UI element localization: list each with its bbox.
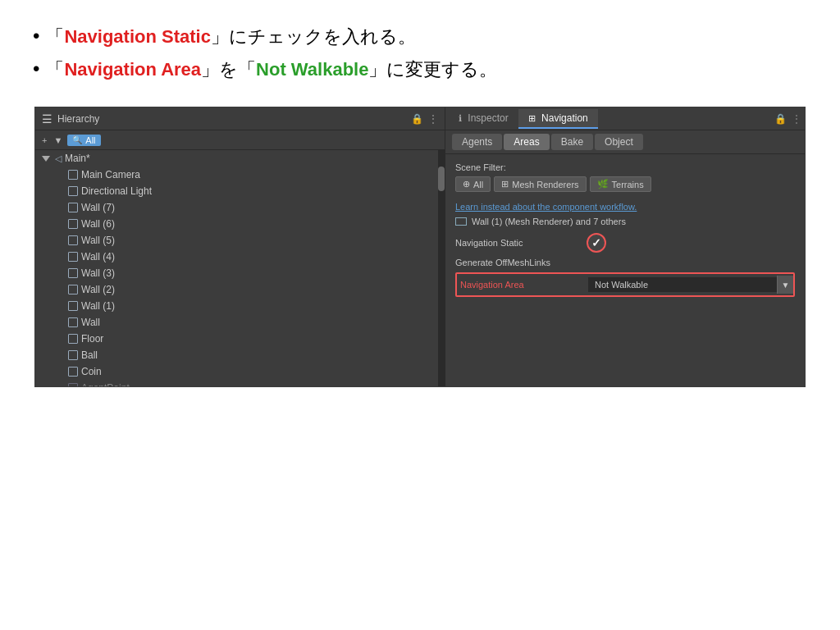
scene-item-main[interactable]: ◁ Main* ⋮ <box>35 150 445 167</box>
ball-label: Ball <box>81 349 98 361</box>
hierarchy-item-ball[interactable]: Ball <box>35 347 445 363</box>
add-dropdown-button[interactable]: ▼ <box>52 135 64 145</box>
sub-tab-agents[interactable]: Agents <box>452 134 502 150</box>
cube-icon-wall7 <box>68 203 78 212</box>
filter-mesh-button[interactable]: ⊞ Mesh Renderers <box>494 176 586 192</box>
hierarchy-header-icons: 🔒 ⋮ <box>411 113 438 125</box>
search-icon: 🔍 <box>72 135 82 144</box>
hierarchy-item-wall[interactable]: Wall <box>35 314 445 331</box>
filter-terrain-icon: 🌿 <box>597 179 609 189</box>
hierarchy-item-light[interactable]: Directional Light <box>35 183 445 199</box>
checkmark-icon: ✓ <box>591 236 601 249</box>
sub-tab-object[interactable]: Object <box>595 134 643 150</box>
page-container: 「Navigation Static」にチェックを入れる。 「Navigatio… <box>0 0 840 404</box>
bullet2-keyword1: Navigation Area <box>64 59 201 80</box>
scene-main-label: Main* <box>65 153 90 164</box>
gen-offmesh-row: Generate OffMeshLinks <box>455 258 795 267</box>
hierarchy-lock-icon[interactable]: 🔒 <box>411 113 423 125</box>
nav-static-checkbox[interactable]: ✓ <box>587 233 606 253</box>
light-label: Directional Light <box>81 185 152 197</box>
bullet-item-1: 「Navigation Static」にチェックを入れる。 <box>33 25 807 49</box>
hierarchy-item-coin[interactable]: Coin <box>35 363 445 380</box>
hierarchy-item-wall7[interactable]: Wall (7) <box>35 199 445 216</box>
hierarchy-item-wall5[interactable]: Wall (5) <box>35 232 445 249</box>
hierarchy-title: Hierarchy <box>57 113 99 125</box>
hierarchy-item-wall2[interactable]: Wall (2) <box>35 281 445 298</box>
hierarchy-item-wall6[interactable]: Wall (6) <box>35 216 445 232</box>
agentpoint-label: AgentPoint <box>81 382 130 386</box>
nav-static-row: Navigation Static ✓ <box>455 233 795 253</box>
hierarchy-menu-icon[interactable]: ⋮ <box>428 113 438 125</box>
filter-mesh-label: Mesh Renderers <box>512 180 578 189</box>
wall1-label: Wall (1) <box>81 300 115 312</box>
search-field-container[interactable]: 🔍 All <box>67 135 100 146</box>
wall6-label: Wall (6) <box>81 218 115 230</box>
wall-label: Wall <box>81 317 100 328</box>
filter-all-button[interactable]: ⊕ All <box>455 176 491 192</box>
cube-icon-wall6 <box>68 219 78 229</box>
hierarchy-item-camera[interactable]: Main Camera <box>35 167 445 183</box>
hierarchy-item-agentpoint[interactable]: AgentPoint <box>35 380 445 386</box>
mesh-renderer-icon <box>455 217 467 226</box>
hierarchy-panel: ☰ Hierarchy 🔒 ⋮ + ▼ 🔍 All <box>35 107 445 386</box>
search-all-label: All <box>85 135 95 145</box>
hierarchy-title-group: ☰ Hierarchy <box>42 112 99 126</box>
inspector-tab-label: Inspector <box>468 112 508 124</box>
instruction-list: 「Navigation Static」にチェックを入れる。 「Navigatio… <box>33 25 807 82</box>
inspector-lock-icon[interactable]: 🔒 <box>774 113 787 125</box>
nav-area-dropdown-button[interactable]: ▼ <box>777 276 793 294</box>
wall4-label: Wall (4) <box>81 251 115 262</box>
mesh-renderer-text: Wall (1) (Mesh Renderer) and 7 others <box>472 217 626 226</box>
sub-tab-bake[interactable]: Bake <box>551 134 593 150</box>
tab-navigation[interactable]: ⊞ Navigation <box>518 109 598 129</box>
nav-sub-tabs: Agents Areas Bake Object <box>445 130 805 154</box>
cube-icon-coin <box>68 367 78 377</box>
add-object-button[interactable]: + <box>40 135 48 145</box>
learn-link[interactable]: Learn instead about the component workfl… <box>455 202 795 212</box>
nav-area-row: Navigation Area Not Walkable ▼ <box>455 272 795 297</box>
tab-group: ℹ Inspector ⊞ Navigation <box>449 109 598 129</box>
inspector-menu-icon[interactable]: ⋮ <box>792 113 801 125</box>
nav-static-label: Navigation Static <box>455 238 587 248</box>
cube-icon-agentpoint <box>68 383 78 386</box>
tab-inspector[interactable]: ℹ Inspector <box>449 109 518 129</box>
wall5-label: Wall (5) <box>81 235 115 246</box>
sub-tab-areas[interactable]: Areas <box>504 134 549 150</box>
cube-icon-wall2 <box>68 285 78 294</box>
coin-label: Coin <box>81 366 102 377</box>
info-icon: ℹ <box>459 113 462 123</box>
bullet2-suffix: 」に変更する。 <box>368 59 497 80</box>
bullet-text-1: 「Navigation Static」にチェックを入れる。 <box>46 25 415 49</box>
bullet2-keyword2: Not Walkable <box>256 59 368 80</box>
scene-filter-buttons: ⊕ All ⊞ Mesh Renderers 🌿 Terrains <box>455 176 795 192</box>
filter-all-icon: ⊕ <box>463 179 470 189</box>
unity-editor: ☰ Hierarchy 🔒 ⋮ + ▼ 🔍 All <box>34 107 806 387</box>
hierarchy-scrollbar[interactable] <box>438 150 445 386</box>
floor-label: Floor <box>81 333 103 345</box>
inspector-body: Scene Filter: ⊕ All ⊞ Mesh Renderers 🌿 <box>445 154 805 386</box>
scrollbar-thumb <box>438 167 445 191</box>
hierarchy-item-wall4[interactable]: Wall (4) <box>35 249 445 265</box>
mesh-renderer-row: Wall (1) (Mesh Renderer) and 7 others <box>455 217 795 226</box>
collapse-arrow-main <box>42 156 50 162</box>
hierarchy-item-wall1[interactable]: Wall (1) <box>35 298 445 314</box>
filter-all-label: All <box>473 180 483 189</box>
inspector-panel: ℹ Inspector ⊞ Navigation 🔒 ⋮ <box>445 107 805 386</box>
inspector-header-icons: 🔒 ⋮ <box>774 113 801 125</box>
hierarchy-toolbar: + ▼ 🔍 All <box>35 130 445 150</box>
hierarchy-item-wall3[interactable]: Wall (3) <box>35 265 445 281</box>
camera-label: Main Camera <box>81 169 140 180</box>
hamburger-icon: ☰ <box>42 112 52 126</box>
hierarchy-item-floor[interactable]: Floor <box>35 331 445 347</box>
bullet2-prefix: 「 <box>46 59 64 80</box>
wall7-label: Wall (7) <box>81 202 115 213</box>
cube-icon-camera <box>68 170 78 180</box>
cube-icon-ball <box>68 350 78 360</box>
bullet2-mid: 」を「 <box>201 59 256 80</box>
bullet-text-2: 「Navigation Area」を「Not Walkable」に変更する。 <box>46 57 497 82</box>
filter-terrain-label: Terrains <box>612 180 644 189</box>
filter-terrain-button[interactable]: 🌿 Terrains <box>590 176 651 192</box>
cube-icon-light <box>68 186 78 196</box>
bullet-item-2: 「Navigation Area」を「Not Walkable」に変更する。 <box>33 57 807 82</box>
cube-icon-wall5 <box>68 235 78 245</box>
